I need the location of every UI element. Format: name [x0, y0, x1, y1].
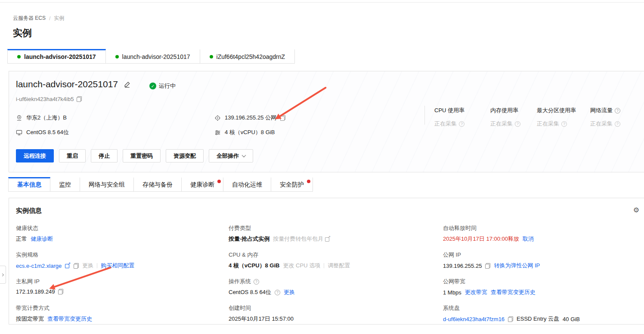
instance-overview-card: launch-advisor-20251017 运行中 i-uf6iekn423…	[9, 71, 644, 172]
adjust-config-action[interactable]: 调整配置	[328, 262, 350, 270]
instance-tab-label: iZuf66t4pcl25h42oagdrnZ	[217, 53, 285, 60]
copy-icon[interactable]	[485, 263, 490, 269]
instance-tab-3[interactable]: iZuf66t4pcl25h42oagdrnZ	[200, 49, 295, 64]
metric-network: 网络流量 正在采集	[590, 107, 620, 128]
billing-type-value: 按量-抢占式实例	[229, 235, 269, 243]
field-created-time: 创建时间 2025年10月17日 15:57:00	[229, 304, 443, 323]
convert-subscription-link[interactable]: 按量付费转包年包月	[273, 235, 330, 243]
instance-name: launch-advisor-20251017	[16, 79, 118, 89]
public-ip-value: 139.196.255.25	[443, 263, 482, 269]
chevron-right-icon	[1, 273, 4, 276]
help-icon[interactable]	[615, 121, 620, 127]
instance-info-card: 实例信息 健康状态 正常 健康诊断 付费类型 按量-抢占式实例 按量付费转包年包…	[9, 198, 644, 325]
breadcrumb-current: 实例	[54, 15, 64, 22]
instance-tab-label: launch-advisor-20251017	[24, 53, 96, 60]
os-row: CentOS 8.5 64位	[16, 129, 69, 136]
field-system-disk: 系统盘 d-uf6iekn423ha4t7fzm16 ESSD Entry 云盘…	[443, 304, 641, 323]
tab-basic-info[interactable]: 基本信息	[8, 177, 50, 192]
auto-release-value: 2025年10月17日 17:00:00释放	[443, 235, 519, 243]
help-icon[interactable]	[515, 121, 520, 127]
instance-tab-2[interactable]: launch-advisor-20251017	[105, 49, 200, 64]
change-bandwidth-link[interactable]: 更改带宽	[465, 288, 487, 296]
cpu-memory-value: 4 核（vCPU）8 GiB	[229, 262, 279, 270]
remote-connect-button[interactable]: 远程连接	[16, 149, 54, 162]
field-health-status: 健康状态 正常 健康诊断	[16, 224, 229, 243]
info-card-title: 实例信息	[16, 207, 641, 215]
bandwidth-billing-value: 按固定带宽	[16, 315, 44, 323]
tab-health-diagnosis[interactable]: 健康诊断	[181, 177, 223, 192]
instance-tab-1[interactable]: launch-advisor-20251017	[7, 49, 106, 64]
copy-icon[interactable]	[58, 289, 63, 294]
sidebar-expand-handle[interactable]	[0, 266, 6, 284]
tab-storage-backup[interactable]: 存储与备份	[133, 177, 182, 192]
system-disk-link[interactable]: d-uf6iekn423ha4t7fzm16	[443, 316, 505, 322]
os-value: CentOS 8.5 64位	[26, 129, 69, 136]
edit-name-icon[interactable]	[124, 81, 130, 88]
copy-icon[interactable]	[77, 96, 82, 102]
created-time-value: 2025年10月17日 15:57:00	[229, 315, 294, 323]
external-link-icon[interactable]	[65, 263, 70, 268]
metric-label: 内存使用率	[490, 107, 518, 114]
cancel-release-link[interactable]: 取消	[523, 235, 534, 243]
all-actions-dropdown[interactable]: 全部操作	[209, 149, 253, 162]
running-status-dot-icon	[115, 55, 119, 58]
running-status-dot-icon	[210, 55, 213, 58]
bandwidth-history-link[interactable]: 查看带宽变更历史	[491, 288, 536, 296]
convert-to-eip-link[interactable]: 转换为弹性公网 IP	[494, 262, 540, 270]
breadcrumb-separator: /	[49, 15, 50, 21]
field-operating-system: 操作系统 CentOS 8.5 64位 更换	[229, 278, 443, 296]
help-icon[interactable]	[615, 108, 620, 113]
tab-automation-ops[interactable]: 自动化运维	[223, 177, 271, 192]
spec-row: 4 核（vCPU）8 GiB	[214, 129, 275, 136]
disk-type-value: ESSD Entry 云盘	[517, 315, 559, 323]
help-icon[interactable]	[561, 121, 567, 127]
region-row: 华东2（上海）B	[16, 114, 67, 122]
copy-icon[interactable]	[508, 316, 513, 322]
tab-security-protection[interactable]: 安全防护	[271, 177, 313, 192]
health-diagnosis-link[interactable]: 健康诊断	[31, 235, 53, 243]
reset-password-button[interactable]: 重置密码	[123, 149, 161, 162]
location-pin-icon	[16, 115, 22, 121]
check-circle-icon	[149, 83, 156, 89]
field-public-ip: 公网 IP 139.196.255.25 转换为弹性公网 IP	[443, 251, 641, 270]
help-icon[interactable]	[459, 121, 464, 127]
resize-button[interactable]: 资源变配	[166, 149, 204, 162]
instance-id-row: i-uf6iekn423ha4t7k4ib5	[16, 96, 82, 102]
notification-dot	[307, 180, 310, 183]
breadcrumb: 云服务器 ECS / 实例	[13, 15, 64, 22]
region-value: 华东2（上海）B	[26, 114, 67, 122]
info-field-grid: 健康状态 正常 健康诊断 付费类型 按量-抢占式实例 按量付费转包年包月	[16, 224, 641, 323]
field-cpu-memory: CPU & 内存 4 核（vCPU）8 GiB 更改 CPU 选项 调整配置	[229, 251, 443, 270]
tab-network-security[interactable]: 网络与安全组	[80, 177, 134, 192]
monitor-icon	[16, 129, 22, 136]
metric-value: 正在采集	[490, 120, 513, 128]
crosshair-icon	[214, 115, 221, 121]
change-type-action[interactable]: 更换	[82, 262, 93, 270]
metric-label: 网络流量	[590, 107, 613, 114]
change-cpu-options-action[interactable]: 更改 CPU 选项	[283, 262, 320, 270]
instance-id: i-uf6iekn423ha4t7k4ib5	[16, 96, 74, 102]
external-link-icon	[325, 236, 330, 242]
divider	[324, 263, 324, 268]
help-icon[interactable]	[275, 290, 280, 295]
page-title: 实例	[13, 27, 32, 40]
breadcrumb-root-link[interactable]: 云服务器 ECS	[13, 15, 46, 22]
top-divider	[0, 2, 644, 3]
field-bandwidth: 公网带宽 1 Mbps 更改带宽 查看带宽变更历史	[443, 278, 641, 296]
instance-type-link[interactable]: ecs.e-c1m2.xlarge	[16, 263, 62, 269]
metric-value: 正在采集	[537, 120, 559, 128]
help-icon[interactable]	[254, 279, 259, 285]
running-status-dot-icon	[17, 55, 21, 58]
field-private-ip: 主私网 IP 172.19.189.249	[16, 278, 229, 296]
stop-button[interactable]: 停止	[91, 149, 118, 162]
copy-icon[interactable]	[74, 263, 79, 269]
detail-tab-bar: 基本信息 监控 网络与安全组 存储与备份 健康诊断 自动化运维 安全防护	[9, 177, 313, 192]
bandwidth-history-link[interactable]: 查看带宽变更历史	[47, 315, 92, 323]
metrics-divider	[424, 106, 425, 125]
gear-icon[interactable]	[633, 207, 639, 214]
metric-partition: 最大分区使用率 正在采集	[537, 107, 576, 128]
restart-button[interactable]: 重启	[59, 149, 86, 162]
divider	[97, 263, 97, 268]
change-os-link[interactable]: 更换	[284, 288, 295, 296]
tab-monitoring[interactable]: 监控	[50, 177, 80, 192]
